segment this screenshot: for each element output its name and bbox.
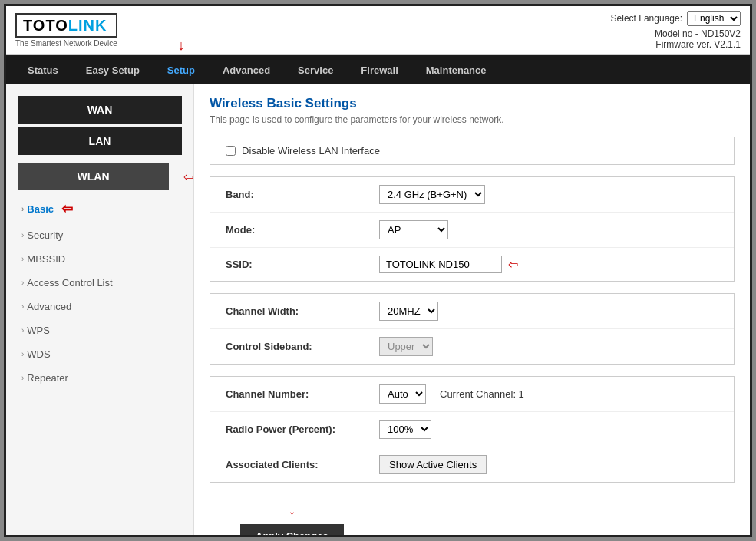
control-sideband-row: Control Sideband: Upper Lower xyxy=(210,329,734,364)
apply-changes-button[interactable]: Apply Changes xyxy=(240,524,344,535)
model-no: Model no - ND150V2 xyxy=(611,28,741,39)
sidebar-item-wps[interactable]: › WPS xyxy=(6,318,193,342)
channel-number-control: Auto 1234 5678 91011 Current Channel: 1 xyxy=(379,384,524,404)
section-channel-width: Channel Width: 20MHZ 40MHZ Control Sideb… xyxy=(210,293,735,365)
mode-select[interactable]: AP Client WDS AP+WDS xyxy=(379,220,448,239)
header-right: Select Language: English Model no - ND15… xyxy=(611,11,741,50)
ssid-row: SSID: ⇦ xyxy=(210,248,734,281)
section-disable-wireless: Disable Wireless LAN Interface xyxy=(210,137,735,165)
ssid-control: ⇦ xyxy=(379,256,518,273)
ssid-label: SSID: xyxy=(226,259,379,270)
ssid-arrow-icon: ⇦ xyxy=(508,257,518,272)
sidebar-item-security[interactable]: › Security xyxy=(6,223,193,247)
repeater-chevron: › xyxy=(21,374,24,382)
page-description: This page is used to configure the param… xyxy=(210,114,735,125)
sidebar-item-repeater[interactable]: › Repeater xyxy=(6,366,193,390)
current-channel-text: Current Channel: 1 xyxy=(440,388,524,400)
acl-chevron: › xyxy=(21,279,24,287)
ssid-input[interactable] xyxy=(379,256,502,273)
nav-easy-setup[interactable]: Easy Setup xyxy=(72,55,154,84)
basic-arrow-icon: ⇦ xyxy=(61,200,73,217)
ssid-input-wrapper: ⇦ xyxy=(379,256,518,273)
sidebar-mbssid-label: MBSSID xyxy=(27,253,65,265)
lang-label: Select Language: xyxy=(611,13,682,24)
associated-clients-control: Show Active Clients xyxy=(379,455,487,474)
band-select[interactable]: 2.4 GHz (B+G+N) 2.4 GHz (B+G) 2.4 GHz (B… xyxy=(379,185,485,204)
sidebar-item-mbssid[interactable]: › MBSSID xyxy=(6,247,193,271)
band-control: 2.4 GHz (B+G+N) 2.4 GHz (B+G) 2.4 GHz (B… xyxy=(379,185,485,204)
radio-power-control: 100% 75% 50% 25% xyxy=(379,420,431,439)
mode-row: Mode: AP Client WDS AP+WDS xyxy=(210,213,734,248)
setup-arrow-down: ↓ xyxy=(177,38,184,52)
nav-advanced[interactable]: Advanced xyxy=(209,55,284,84)
channel-width-row: Channel Width: 20MHZ 40MHZ xyxy=(210,294,734,329)
channel-width-select[interactable]: 20MHZ 40MHZ xyxy=(379,302,438,321)
logo-tagline: The Smartest Network Device xyxy=(15,39,117,48)
associated-clients-row: Associated Clients: Show Active Clients xyxy=(210,447,734,482)
wlan-arrow-icon: ⇦ xyxy=(183,170,193,184)
nav-maintenance[interactable]: Maintenance xyxy=(412,55,500,84)
sidebar: WAN LAN WLAN ⇦ › Basic ⇦ › Security › MB… xyxy=(6,84,194,535)
main-content: Wireless Basic Settings This page is use… xyxy=(194,84,750,535)
language-row: Select Language: English xyxy=(611,11,741,26)
show-clients-button[interactable]: Show Active Clients xyxy=(379,455,487,474)
sidebar-basic-label: Basic xyxy=(27,203,54,215)
nav-setup-wrapper: ↓ Setup xyxy=(154,55,209,84)
nav-firewall[interactable]: Firewall xyxy=(347,55,411,84)
logo-link: LINK xyxy=(68,17,107,34)
language-select[interactable]: English xyxy=(687,11,741,26)
wps-chevron: › xyxy=(21,326,24,335)
content-area: WAN LAN WLAN ⇦ › Basic ⇦ › Security › MB… xyxy=(6,84,750,535)
sidebar-wps-label: WPS xyxy=(27,325,50,336)
radio-power-row: Radio Power (Percent): 100% 75% 50% 25% xyxy=(210,412,734,447)
sidebar-repeater-label: Repeater xyxy=(27,372,68,384)
section-band-mode-ssid: Band: 2.4 GHz (B+G+N) 2.4 GHz (B+G) 2.4 … xyxy=(210,176,735,282)
navbar: Status Easy Setup ↓ Setup Advanced Servi… xyxy=(6,55,750,84)
band-label: Band: xyxy=(226,189,379,200)
apply-arrow-wrapper: ↓ Apply Changes xyxy=(225,500,359,535)
sidebar-advanced-label: Advanced xyxy=(27,301,71,312)
sidebar-security-label: Security xyxy=(27,229,63,241)
sidebar-acl-label: Access Control List xyxy=(27,277,112,289)
sidebar-wlan-button[interactable]: WLAN xyxy=(18,163,169,190)
mbssid-chevron: › xyxy=(21,255,24,263)
apply-section: ↓ Apply Changes xyxy=(210,494,735,535)
section-channel-power: Channel Number: Auto 1234 5678 91011 Cur… xyxy=(210,376,735,483)
radio-power-select[interactable]: 100% 75% 50% 25% xyxy=(379,420,431,439)
nav-service[interactable]: Service xyxy=(284,55,347,84)
logo-area: TOTOLINK The Smartest Network Device xyxy=(15,13,117,48)
security-chevron: › xyxy=(21,231,24,239)
nav-setup[interactable]: Setup xyxy=(154,55,209,84)
mode-control: AP Client WDS AP+WDS xyxy=(379,220,448,239)
wds-chevron: › xyxy=(21,350,24,358)
sidebar-item-advanced[interactable]: › Advanced xyxy=(6,295,193,318)
band-row: Band: 2.4 GHz (B+G+N) 2.4 GHz (B+G) 2.4 … xyxy=(210,177,734,213)
sidebar-item-acl[interactable]: › Access Control List xyxy=(6,271,193,295)
channel-width-control: 20MHZ 40MHZ xyxy=(379,302,438,321)
sidebar-lan-button[interactable]: LAN xyxy=(18,127,182,155)
sidebar-item-basic[interactable]: › Basic ⇦ xyxy=(6,194,193,223)
logo: TOTOLINK xyxy=(15,13,117,38)
sidebar-item-wds[interactable]: › WDS xyxy=(6,342,193,366)
control-sideband-select[interactable]: Upper Lower xyxy=(379,337,433,356)
channel-number-label: Channel Number: xyxy=(226,388,379,400)
nav-status[interactable]: Status xyxy=(14,55,72,84)
mode-label: Mode: xyxy=(226,224,379,236)
control-sideband-control: Upper Lower xyxy=(379,337,433,356)
disable-wireless-text: Disable Wireless LAN Interface xyxy=(242,145,380,157)
control-sideband-label: Control Sideband: xyxy=(226,341,379,352)
sidebar-wan-button[interactable]: WAN xyxy=(18,96,182,124)
page-header: TOTOLINK The Smartest Network Device Sel… xyxy=(6,6,750,55)
firmware-ver: Firmware ver. V2.1.1 xyxy=(611,39,741,50)
sidebar-wds-label: WDS xyxy=(27,348,50,360)
channel-number-row: Channel Number: Auto 1234 5678 91011 Cur… xyxy=(210,377,734,412)
channel-number-select[interactable]: Auto 1234 5678 91011 xyxy=(379,384,426,404)
basic-chevron: › xyxy=(21,205,24,213)
page-title: Wireless Basic Settings xyxy=(210,96,735,111)
channel-width-label: Channel Width: xyxy=(226,305,379,317)
disable-wireless-row: Disable Wireless LAN Interface xyxy=(210,137,734,164)
disable-wireless-checkbox[interactable] xyxy=(226,146,236,156)
disable-wireless-label[interactable]: Disable Wireless LAN Interface xyxy=(226,145,380,157)
apply-arrow-icon: ↓ xyxy=(288,500,295,518)
advanced-chevron: › xyxy=(21,302,24,311)
